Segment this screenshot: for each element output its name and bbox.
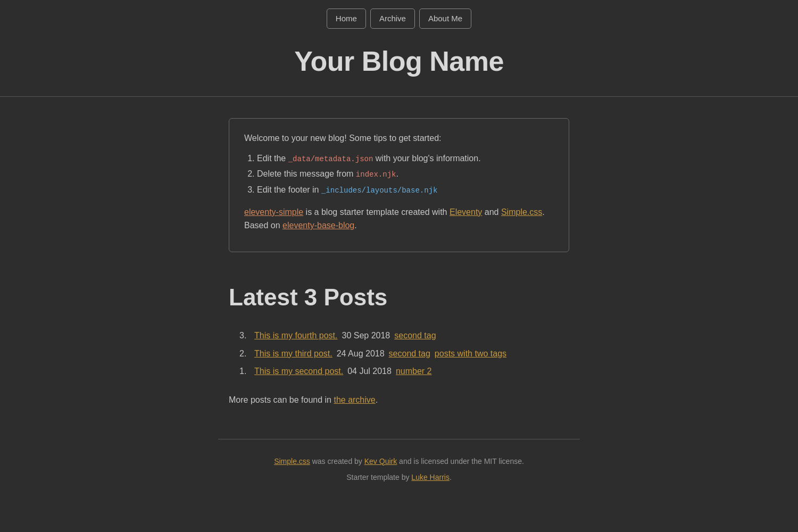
footer-simplecss-link[interactable]: Simple.css — [274, 457, 310, 466]
archive-link[interactable]: the archive — [334, 395, 375, 404]
step2-code: index.njk — [356, 170, 396, 179]
more-before: More posts can be found in — [229, 395, 334, 404]
step2-after: . — [396, 169, 398, 178]
promo-text1: is a blog starter template created with — [303, 207, 450, 217]
step1-after: with your blog's information. — [373, 154, 480, 163]
promo-link4[interactable]: eleventy-base-blog — [282, 221, 354, 230]
footer-starter-end: . — [450, 473, 452, 481]
post4-title[interactable]: This is my fourth post. — [254, 329, 338, 343]
post-item-3: 2. This is my third post. 24 Aug 2018 se… — [239, 347, 569, 361]
step3-before: Edit the footer in — [257, 185, 321, 194]
post2-title[interactable]: This is my second post. — [254, 364, 343, 378]
notice-steps: Edit the _data/metadata.json with your b… — [257, 152, 554, 197]
more-after: . — [376, 395, 378, 404]
promo-text4: . — [354, 221, 356, 230]
footer-starter-text: Starter template by — [346, 473, 411, 481]
notice-step-3: Edit the footer in _includes/layouts/bas… — [257, 183, 554, 197]
notice-step-1: Edit the _data/metadata.json with your b… — [257, 152, 554, 165]
step1-code: _data/metadata.json — [288, 155, 373, 163]
promo-link2[interactable]: Eleventy — [450, 207, 482, 217]
main-nav: Home Archive About Me — [0, 9, 798, 29]
notice-intro: Welcome to your new blog! Some tips to g… — [244, 131, 554, 145]
notice-step-2: Delete this message from index.njk. — [257, 167, 554, 181]
site-header: Home Archive About Me Your Blog Name — [0, 0, 798, 97]
step1-before: Edit the — [257, 154, 288, 163]
footer-lukeharris-link[interactable]: Luke Harris — [411, 473, 450, 481]
nav-home[interactable]: Home — [327, 9, 366, 29]
post2-number: 1. — [239, 364, 250, 378]
nav-archive[interactable]: Archive — [370, 9, 415, 29]
notice-box: Welcome to your new blog! Some tips to g… — [229, 118, 569, 252]
post4-tag1[interactable]: second tag — [394, 329, 436, 343]
post-item-4: 3. This is my fourth post. 30 Sep 2018 s… — [239, 329, 569, 343]
posts-heading: Latest 3 Posts — [229, 279, 569, 316]
post4-date: 30 Sep 2018 — [342, 329, 390, 343]
post2-tag1[interactable]: number 2 — [396, 364, 432, 378]
footer-kevquirk-link[interactable]: Kev Quirk — [364, 457, 397, 466]
posts-list: 3. This is my fourth post. 30 Sep 2018 s… — [239, 329, 569, 378]
notice-promo: eleventy-simple is a blog starter templa… — [244, 205, 554, 232]
post-item-2: 1. This is my second post. 04 Jul 2018 n… — [239, 364, 569, 378]
post3-tag2[interactable]: posts with two tags — [435, 347, 506, 361]
post2-date: 04 Jul 2018 — [347, 364, 392, 378]
footer-credit: Simple.css was created by Kev Quirk and … — [229, 455, 569, 467]
main-content: Welcome to your new blog! Some tips to g… — [218, 97, 580, 438]
site-title: Your Blog Name — [0, 39, 798, 84]
footer-credit-text1: was created by — [310, 457, 364, 466]
promo-link3[interactable]: Simple.css — [501, 207, 542, 217]
site-footer: Simple.css was created by Kev Quirk and … — [218, 439, 580, 509]
post3-date: 24 Aug 2018 — [337, 347, 385, 361]
post3-tag1[interactable]: second tag — [389, 347, 430, 361]
promo-text2: and — [482, 207, 501, 217]
footer-starter: Starter template by Luke Harris. — [229, 471, 569, 483]
post4-number: 3. — [239, 329, 250, 343]
post3-number: 2. — [239, 347, 250, 361]
more-posts-text: More posts can be found in the archive. — [229, 393, 569, 407]
step3-code: _includes/layouts/base.njk — [321, 186, 437, 195]
step2-before: Delete this message from — [257, 169, 356, 178]
promo-link1[interactable]: eleventy-simple — [244, 207, 303, 217]
nav-about[interactable]: About Me — [419, 9, 471, 29]
post3-title[interactable]: This is my third post. — [254, 347, 332, 361]
footer-credit-text2: and is licensed under the MIT license. — [397, 457, 524, 466]
